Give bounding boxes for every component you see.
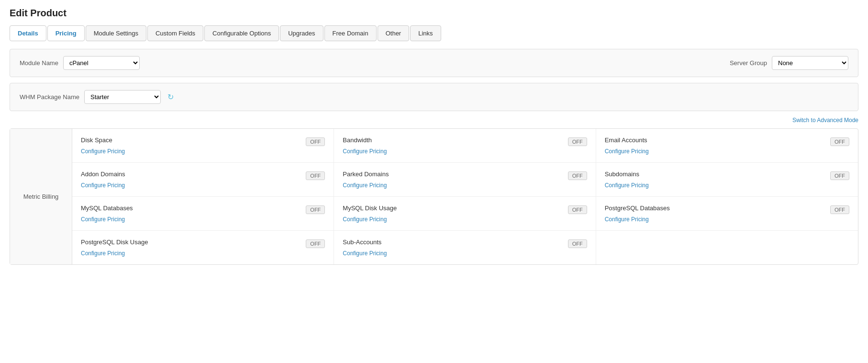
tab-pricing[interactable]: Pricing [47,25,85,41]
metric-billing-container: Metric Billing Disk Space OFF Configure … [10,128,858,265]
parked-domains-label: Parked Domains [343,170,389,178]
module-name-label: Module Name [20,59,58,67]
subdomains-configure[interactable]: Configure Pricing [605,182,849,189]
postgresql-disk-usage-toggle[interactable]: OFF [306,239,325,248]
disk-space-toggle[interactable]: OFF [306,137,325,146]
disk-space-configure[interactable]: Configure Pricing [81,148,325,155]
tab-links[interactable]: Links [410,25,441,41]
metric-cell-postgresql-databases: PostgreSQL Databases OFF Configure Prici… [596,197,858,231]
sub-accounts-toggle[interactable]: OFF [568,239,587,248]
page-title: Edit Product [10,8,858,19]
parked-domains-configure[interactable]: Configure Pricing [343,182,587,189]
postgresql-disk-usage-configure[interactable]: Configure Pricing [81,250,325,257]
whm-package-select[interactable]: Starter [84,90,161,104]
whm-section: WHM Package Name Starter ↻ [10,83,858,111]
metric-cell-mysql-disk-usage: MySQL Disk Usage OFF Configure Pricing [334,197,596,231]
sub-accounts-label: Sub-Accounts [343,238,381,246]
tab-custom-fields[interactable]: Custom Fields [147,25,203,41]
subdomains-toggle[interactable]: OFF [830,171,849,180]
tab-upgrades[interactable]: Upgrades [280,25,323,41]
disk-space-label: Disk Space [81,136,112,144]
mysql-disk-usage-label: MySQL Disk Usage [343,204,397,212]
mysql-disk-usage-toggle[interactable]: OFF [568,205,587,214]
mysql-disk-usage-configure[interactable]: Configure Pricing [343,216,587,223]
addon-domains-label: Addon Domains [81,170,125,178]
sub-accounts-configure[interactable]: Configure Pricing [343,250,587,257]
postgresql-disk-usage-label: PostgreSQL Disk Usage [81,238,148,246]
bandwidth-toggle[interactable]: OFF [568,137,587,146]
metric-cell-subdomains: Subdomains OFF Configure Pricing [596,163,858,197]
metric-cell-mysql-databases: MySQL Databases OFF Configure Pricing [72,197,334,231]
advanced-mode-link[interactable]: Switch to Advanced Mode [10,117,858,124]
email-accounts-configure[interactable]: Configure Pricing [605,148,849,155]
email-accounts-toggle[interactable]: OFF [830,137,849,146]
tab-bar: Details Pricing Module Settings Custom F… [10,25,858,41]
mysql-databases-configure[interactable]: Configure Pricing [81,216,325,223]
module-section: Module Name cPanel Server Group None [10,49,858,77]
subdomains-label: Subdomains [605,170,639,178]
server-group-field: Server Group None [730,56,848,70]
addon-domains-toggle[interactable]: OFF [306,171,325,180]
module-name-field: Module Name cPanel [20,56,140,70]
metric-cell-sub-accounts: Sub-Accounts OFF Configure Pricing [334,231,596,264]
metric-billing-grid: Disk Space OFF Configure Pricing Bandwid… [72,129,858,264]
metric-cell-addon-domains: Addon Domains OFF Configure Pricing [72,163,334,197]
mysql-databases-label: MySQL Databases [81,204,133,212]
parked-domains-toggle[interactable]: OFF [568,171,587,180]
metric-cell-disk-space: Disk Space OFF Configure Pricing [72,129,334,163]
tab-other[interactable]: Other [378,25,410,41]
whm-package-label: WHM Package Name [20,93,79,101]
whm-package-field: WHM Package Name Starter ↻ [20,90,174,104]
bandwidth-configure[interactable]: Configure Pricing [343,148,587,155]
metric-cell-postgresql-disk-usage: PostgreSQL Disk Usage OFF Configure Pric… [72,231,334,264]
email-accounts-label: Email Accounts [605,136,647,144]
metric-cell-email-accounts: Email Accounts OFF Configure Pricing [596,129,858,163]
bandwidth-label: Bandwidth [343,136,372,144]
server-group-label: Server Group [730,59,767,67]
postgresql-databases-label: PostgreSQL Databases [605,204,670,212]
module-name-select[interactable]: cPanel [63,56,140,70]
postgresql-databases-configure[interactable]: Configure Pricing [605,216,849,223]
server-group-select[interactable]: None [772,56,848,70]
postgresql-databases-toggle[interactable]: OFF [830,205,849,214]
addon-domains-configure[interactable]: Configure Pricing [81,182,325,189]
refresh-icon[interactable]: ↻ [167,92,174,102]
tab-details[interactable]: Details [10,25,46,41]
tab-configurable-options[interactable]: Configurable Options [204,25,279,41]
metric-cell-bandwidth: Bandwidth OFF Configure Pricing [334,129,596,163]
metric-billing-label: Metric Billing [10,129,72,264]
tab-module-settings[interactable]: Module Settings [86,25,146,41]
metric-cell-parked-domains: Parked Domains OFF Configure Pricing [334,163,596,197]
tab-free-domain[interactable]: Free Domain [324,25,377,41]
metric-cell-empty [596,231,858,264]
mysql-databases-toggle[interactable]: OFF [306,205,325,214]
